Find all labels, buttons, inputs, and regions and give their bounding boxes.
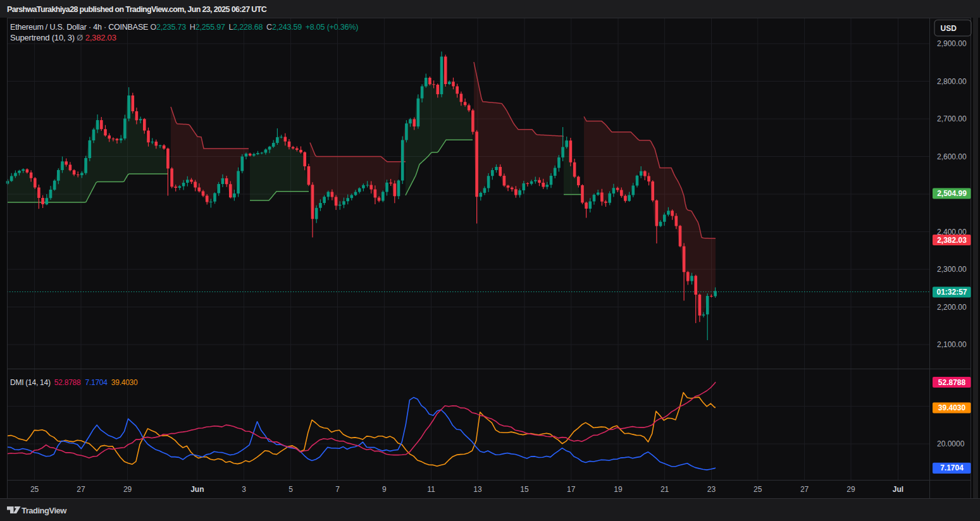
svg-text:2,504.99: 2,504.99	[937, 189, 967, 198]
svg-text:2,900.00: 2,900.00	[937, 39, 967, 48]
svg-text:Supertrend (10, 3) Ø 2,382.0: Supertrend (10, 3) Ø 2,382.03	[10, 33, 116, 42]
svg-text:13: 13	[473, 485, 482, 494]
svg-text:17: 17	[567, 485, 576, 494]
svg-text:2,300.00: 2,300.00	[937, 265, 967, 274]
svg-text:15: 15	[520, 485, 529, 494]
svg-text:2,200.00: 2,200.00	[937, 303, 967, 312]
svg-text:2,600.00: 2,600.00	[937, 152, 967, 161]
svg-text:Ethereum / U.S. Dollar · 4h ·: Ethereum / U.S. Dollar · 4h · COINBASE O…	[10, 23, 358, 32]
svg-text:25: 25	[30, 485, 39, 494]
svg-text:52.8788: 52.8788	[938, 378, 966, 387]
svg-text:7.1704: 7.1704	[940, 463, 964, 472]
svg-text:TradingView: TradingView	[22, 506, 67, 515]
svg-text:Jul: Jul	[893, 485, 903, 494]
svg-text:9: 9	[382, 485, 387, 494]
svg-text:25: 25	[754, 485, 762, 494]
svg-text:2,382.03: 2,382.03	[937, 236, 967, 245]
svg-text:5: 5	[288, 485, 293, 494]
svg-text:21: 21	[661, 485, 669, 494]
svg-text:29: 29	[123, 485, 132, 494]
svg-text:ParshwaTurakhiya28 published o: ParshwaTurakhiya28 published on TradingV…	[7, 5, 267, 14]
svg-text:20.0000: 20.0000	[937, 439, 965, 448]
svg-text:2,100.00: 2,100.00	[937, 340, 967, 349]
svg-text:7: 7	[335, 485, 340, 494]
svg-text:2,700.00: 2,700.00	[937, 114, 967, 123]
svg-text:29: 29	[847, 485, 855, 494]
svg-text:Jun: Jun	[190, 485, 204, 494]
svg-text:USD: USD	[941, 24, 957, 33]
svg-text:23: 23	[707, 485, 716, 494]
svg-text:19: 19	[614, 485, 623, 494]
svg-text:27: 27	[77, 485, 85, 494]
svg-text:11: 11	[427, 485, 435, 494]
svg-text:3: 3	[242, 485, 246, 494]
svg-text:DMI (14, 14) 52.8788 7.1704: DMI (14, 14) 52.8788 7.1704 39.4030	[10, 378, 138, 387]
svg-text:2,800.00: 2,800.00	[937, 77, 967, 86]
svg-text:39.4030: 39.4030	[938, 403, 966, 412]
svg-text:01:32:57: 01:32:57	[936, 288, 967, 297]
svg-text:27: 27	[800, 485, 809, 494]
